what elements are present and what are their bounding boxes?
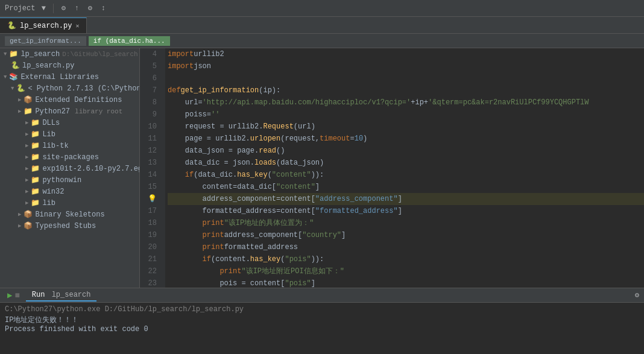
toolbar-dropdown-icon[interactable]: ▼ [39, 4, 48, 13]
sidebar-python27-label: Python27 [35, 107, 70, 116]
line-num-12: 12 [140, 145, 160, 157]
ext-def-icon: 📦 [24, 95, 33, 104]
code-line-21: if (content.has_key("pois")): [168, 253, 644, 265]
line-num-22: 22 [140, 265, 160, 277]
win32-icon: 📁 [31, 187, 40, 196]
project-icon: 📁 [9, 49, 18, 58]
line-num-9: 9 [140, 109, 160, 121]
toolbar-config-icon[interactable]: ⚙ [85, 4, 95, 13]
sidebar-binary-skeletons[interactable]: ▶ 📦 Binary Skeletons [0, 209, 139, 220]
line-num-6: 6 [140, 72, 160, 84]
toolbar-settings-icon[interactable]: ⚙ [58, 4, 68, 13]
line-num-13: 13 [140, 157, 160, 169]
sidebar-win32[interactable]: ▶ 📁 win32 [0, 186, 139, 197]
tab-file-icon: 🐍 [7, 21, 16, 30]
editor-area: 4 5 6 7 8 9 10 11 12 13 14 15 💡 17 18 19… [140, 48, 644, 288]
editor-content[interactable]: 4 5 6 7 8 9 10 11 12 13 14 15 💡 17 18 19… [140, 48, 644, 288]
sidebar-libtk-label: lib-tk [42, 142, 68, 150]
code-line-6 [168, 72, 644, 84]
run-output-1: IP地址定位失败！！！ [5, 315, 639, 325]
breadcrumb-bar: get_ip_informat... if (data_dic.ha... [0, 34, 644, 48]
sidebar-filename: lp_search.py [22, 62, 74, 70]
stop-button[interactable]: ■ [14, 291, 19, 300]
sidebar-external-libraries[interactable]: ▼ 📚 External Libraries [0, 71, 139, 83]
run-output-3: Process finished with exit code 0 [5, 325, 639, 333]
run-command-text: C:\Python27\python.exe D:/GitHub/lp_sear… [5, 305, 244, 314]
run-button[interactable]: ▶ [7, 290, 12, 300]
toolbar-sync-icon[interactable]: ↑ [72, 4, 81, 13]
tab-close-button[interactable]: ✕ [75, 22, 79, 30]
toolbar: Project ▼ ⚙ ↑ ⚙ ↕ [0, 0, 644, 17]
chevron-right-lib2: ▶ [25, 200, 28, 206]
code-line-7: def get_ip_information(ip): [168, 84, 644, 96]
code-line-9: poiss='' [168, 109, 644, 121]
sidebar-pythonwin[interactable]: ▶ 📁 pythonwin [0, 174, 139, 186]
sidebar-extended-definitions[interactable]: ▶ 📦 Extended Definitions [0, 94, 139, 106]
bottom-run-name: lp_search [52, 291, 91, 299]
exp10it-icon: 📁 [31, 164, 40, 173]
sidebar-dlls[interactable]: ▶ 📁 DLLs [0, 117, 139, 128]
sidebar-python27[interactable]: ▶ 📁 Python27 library root [0, 106, 139, 117]
py27-icon: 📁 [24, 107, 33, 116]
code-line-12: data_json = page.read() [168, 145, 644, 157]
code-line-5: import json [168, 60, 644, 72]
breadcrumb-get-ip[interactable]: get_ip_informat... [5, 36, 86, 46]
ext-lib-icon: 📚 [9, 72, 18, 81]
code-line-15: content=data_dic["content"] [168, 181, 644, 193]
sidebar-typeshed-label: Typeshed Stubs [35, 222, 96, 230]
tab-label: lp_search.py [20, 22, 72, 30]
code-line-22: print "该IP地址附近POI信息如下：" [168, 265, 644, 277]
sidebar-ext-def-label: Extended Definitions [35, 96, 122, 104]
sidebar-lib[interactable]: ▶ 📁 Lib [0, 128, 139, 140]
tab-lp-search[interactable]: 🐍 lp_search.py ✕ [0, 17, 87, 33]
bottom-panel: ▶ ■ Run lp_search ⚙ C:\Python27\python.e… [0, 288, 644, 354]
sidebar-site-packages[interactable]: ▶ 📁 site-packages [0, 151, 139, 163]
chevron-right-dlls: ▶ [25, 119, 28, 126]
sidebar-ext-lib-label: External Libraries [21, 73, 99, 81]
line-num-15: 15 [140, 181, 160, 193]
file-icon: 🐍 [11, 61, 20, 70]
sidebar-exp10it[interactable]: ▶ 📁 exp10it-2.6.10-py2.7.egg [0, 163, 139, 174]
pywin-icon: 📁 [31, 175, 40, 185]
typeshed-icon: 📦 [24, 221, 33, 230]
bottom-settings-icon[interactable]: ⚙ [635, 291, 639, 300]
code-line-4: import urllib2 [168, 48, 644, 60]
chevron-right-py27: ▶ [18, 108, 21, 115]
chevron-right-bin-skel: ▶ [18, 211, 21, 218]
chevron-right-sitepkg: ▶ [25, 154, 28, 160]
sidebar-pythonwin-label: pythonwin [42, 176, 81, 185]
code-line-13: data_dic = json.loads(data_json) [168, 157, 644, 169]
line-num-18: 18 [140, 217, 160, 229]
code-line-16: address_component=content["address_compo… [168, 193, 644, 205]
dlls-icon: 📁 [31, 118, 40, 127]
bottom-tab-run[interactable]: Run lp_search [26, 289, 97, 302]
sidebar-project-root[interactable]: ▼ 📁 lp_search D:\GitHub\lp_search [0, 48, 139, 60]
run-toolbar: ▶ ■ [5, 289, 22, 302]
sidebar-project-name: lp_search [21, 50, 60, 58]
sidebar-lib2[interactable]: ▶ 📁 lib [0, 197, 139, 209]
chevron-right-ext-def: ▶ [18, 96, 21, 103]
line-num-16: 💡 [140, 193, 160, 205]
line-num-7: 7 [140, 84, 160, 96]
toolbar-layout-icon[interactable]: ↕ [98, 4, 108, 13]
sidebar-python-version[interactable]: ▼ 🐍 < Python 2.7.13 (C:\Python27 [0, 83, 139, 94]
breadcrumb-if[interactable]: if (data_dic.ha... [89, 36, 170, 46]
sidebar-dlls-label: DLLs [42, 119, 60, 127]
code-line-23: pois = content["pois"] [168, 277, 644, 288]
sidebar-typeshed-stubs[interactable]: ▶ 📦 Typeshed Stubs [0, 220, 139, 232]
sidebar-lib-tk[interactable]: ▶ 📁 lib-tk [0, 140, 139, 151]
chevron-right-pywin: ▶ [25, 177, 28, 183]
run-command-line: C:\Python27\python.exe D:/GitHub/lp_sear… [5, 305, 639, 314]
line-num-4: 4 [140, 48, 160, 60]
code-line-20: print formatted_address [168, 241, 644, 253]
chevron-down-icon-ext: ▼ [4, 74, 7, 80]
sidebar-site-packages-label: site-packages [42, 153, 99, 162]
code-lines: import urllib2 import json def get_ip_in… [165, 48, 644, 288]
line-num-14: 14 [140, 169, 160, 181]
chevron-right-exp10: ▶ [25, 165, 28, 172]
chevron-down-icon-py: ▼ [11, 86, 14, 92]
line-numbers: 4 5 6 7 8 9 10 11 12 13 14 15 💡 17 18 19… [140, 48, 165, 288]
code-line-10: request = urllib2.Request(url) [168, 121, 644, 133]
sidebar-file-lp-search[interactable]: 🐍 lp_search.py [0, 60, 139, 71]
chevron-right-typeshed: ▶ [18, 223, 21, 229]
